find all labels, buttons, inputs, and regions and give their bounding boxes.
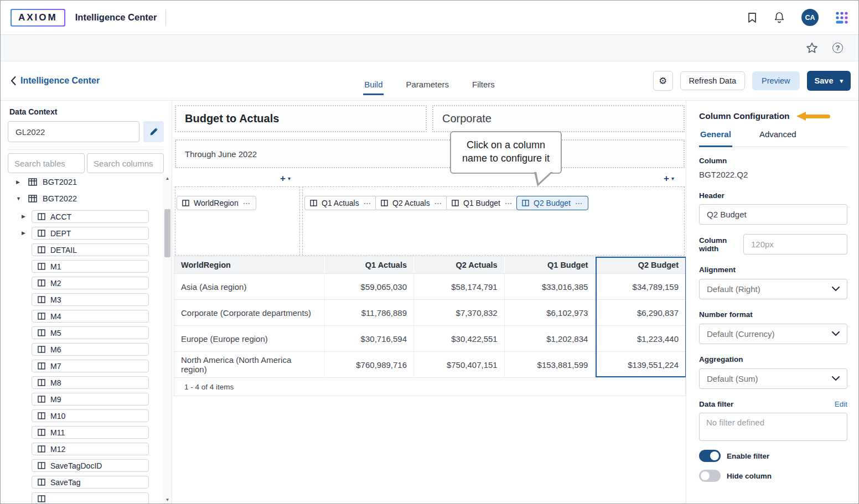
more-options-icon[interactable]: ⋯ [434,199,442,207]
help-icon[interactable]: ? [832,43,843,53]
column-item-m11[interactable]: M11 [32,426,163,439]
coach-tooltip-text: Click on a column name to configure it [462,139,550,164]
column-icon [38,479,45,486]
expand-collapsed-icon[interactable]: ▶ [22,214,25,219]
chevron-left-icon [11,76,16,85]
column-item-acct[interactable]: ▶ ACCT [32,210,163,223]
expand-collapsed-icon[interactable]: ▶ [16,179,23,185]
table-header-q1-budget[interactable]: Q1 Budget [504,257,595,273]
chip-q1-budget[interactable]: Q1 Budget ⋯ [446,196,518,210]
chip-q2-budget-selected[interactable]: Q2 Budget ⋯ [516,196,588,210]
more-options-icon[interactable]: ⋯ [364,199,371,207]
column-width-input[interactable] [743,234,847,254]
column-item-dept[interactable]: ▶ DEPT [32,227,163,240]
column-width-label: Column width [699,236,743,253]
report-entity-box[interactable]: Corporate [432,105,685,132]
cell-region: Corporate (Corporate departments) [174,300,324,325]
cell-value: $6,290,837 [594,300,685,325]
scroll-down-icon[interactable]: ▼ [163,497,172,502]
table-item-bgt2022[interactable]: ▼ BGT2022 [1,193,163,205]
tab-general[interactable]: General [699,129,732,147]
search-columns-input[interactable] [87,153,164,173]
column-icon [310,200,317,206]
column-item-savetag[interactable]: SaveTag [32,476,163,489]
plus-icon: + [664,174,669,183]
enable-filter-toggle[interactable] [699,450,721,462]
data-filter-box[interactable]: No filter defined [699,413,847,441]
sidebar-scrollbar[interactable]: ▲ ▼ [163,174,172,504]
table-item-bgt2021[interactable]: ▶ BGT2021 [1,176,163,188]
column-item-clipped[interactable] [32,492,163,504]
add-row-column-button[interactable]: + ▾ [280,174,291,183]
report-title-box[interactable]: Budget to Actuals [175,105,427,132]
scrollbar-thumb[interactable] [164,209,170,257]
column-icon [38,462,45,469]
view-tabs: Build Parameters Filters [363,61,496,100]
column-item-m10[interactable]: M10 [32,409,163,422]
back-link[interactable]: Intelligence Center [11,76,100,86]
column-item-savetagdocid[interactable]: SaveTagDocID [32,459,163,472]
row-dimension-band[interactable]: WorldRegion ⋯ [175,186,300,256]
column-item-m7[interactable]: M7 [32,360,163,372]
search-tables-input[interactable] [8,153,85,173]
value-columns-band[interactable]: Q1 Actuals ⋯ Q2 Actuals ⋯ Q1 Budget ⋯ Q2… [302,186,685,256]
edit-filter-link[interactable]: Edit [835,400,847,408]
tab-filters[interactable]: Filters [471,66,496,95]
favorite-star-icon[interactable] [806,42,818,54]
column-item-label: DEPT [50,229,71,238]
tab-advanced[interactable]: Advanced [758,129,798,147]
column-item-m2[interactable]: M2 [32,277,163,289]
column-item-m4[interactable]: M4 [32,310,163,323]
report-period-box[interactable]: Through June 2022 [175,139,685,168]
save-dropdown-caret-icon[interactable]: ▾ [840,77,843,85]
alignment-select[interactable]: Default (Right) [699,279,847,299]
column-item-label: M12 [50,445,65,454]
add-data-column-button[interactable]: + ▾ [664,174,674,183]
user-avatar[interactable]: CA [801,9,819,26]
column-item-m12[interactable]: M12 [32,443,163,455]
table-row: Corporate (Corporate departments) $11,78… [174,299,685,325]
table-header-worldregion[interactable]: WorldRegion [174,257,324,273]
cell-value: $153,881,599 [504,352,595,377]
table-header-q2-budget[interactable]: Q2 Budget [594,257,685,273]
column-item-m9[interactable]: M9 [32,393,163,406]
notifications-bell-icon[interactable] [774,12,785,23]
save-button[interactable]: Save ▾ [807,71,851,91]
number-format-select[interactable]: Default (Currency) [699,324,847,344]
hide-column-toggle[interactable] [699,470,721,482]
column-item-m3[interactable]: M3 [32,293,163,306]
column-item-m1[interactable]: M1 [32,260,163,273]
table-header-q2-actuals[interactable]: Q2 Actuals [413,257,504,273]
edit-data-context-button[interactable] [143,121,164,142]
more-options-icon[interactable]: ⋯ [505,199,513,207]
expand-expanded-icon[interactable]: ▼ [16,196,23,201]
column-item-m5[interactable]: M5 [32,326,163,339]
column-item-label: M3 [50,295,61,304]
tab-build[interactable]: Build [363,66,384,95]
secondary-bar: ? [1,35,858,61]
more-options-icon[interactable]: ⋯ [575,199,583,207]
chip-q2-actuals[interactable]: Q2 Actuals ⋯ [375,196,448,210]
refresh-data-button[interactable]: Refresh Data [680,71,745,90]
bookmark-icon[interactable] [747,12,757,23]
column-item-m8[interactable]: M8 [32,376,163,389]
column-item-m6[interactable]: M6 [32,343,163,356]
chip-q1-actuals[interactable]: Q1 Actuals ⋯ [304,196,377,210]
settings-gear-button[interactable]: ⚙ [653,71,673,91]
column-icon [38,296,45,303]
column-item-label: M1 [50,262,61,271]
column-item-detail[interactable]: DETAIL [32,243,163,256]
more-options-icon[interactable]: ⋯ [243,199,251,207]
table-header-q1-actuals[interactable]: Q1 Actuals [324,257,413,273]
chip-worldregion[interactable]: WorldRegion ⋯ [177,196,256,210]
preview-button[interactable]: Preview [752,71,800,90]
tab-parameters[interactable]: Parameters [405,66,450,95]
report-toolbar: Intelligence Center Build Parameters Fil… [1,61,858,101]
scroll-up-icon[interactable]: ▲ [163,176,172,181]
app-launcher-icon[interactable] [835,11,848,24]
expand-collapsed-icon[interactable]: ▶ [22,230,25,236]
data-filter-label: Data filter [699,400,733,408]
aggregation-select[interactable]: Default (Sum) [699,368,847,389]
data-context-input[interactable] [8,121,139,142]
header-input[interactable] [699,204,847,225]
